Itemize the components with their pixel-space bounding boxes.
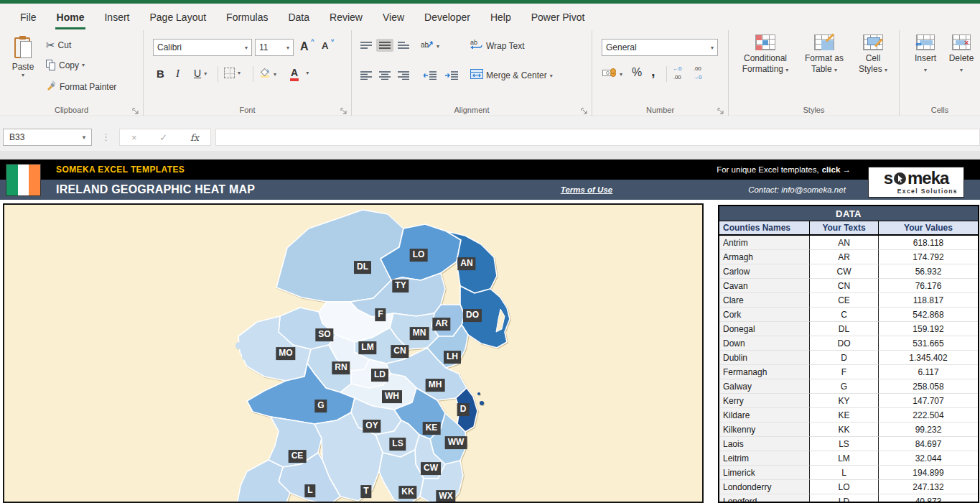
cell-your-text[interactable]: LM — [810, 451, 879, 466]
borders-button[interactable]: ▾ — [224, 68, 241, 78]
cell-county-name[interactable]: Kildare — [719, 408, 810, 423]
insert-function-icon[interactable]: fx — [190, 132, 199, 143]
cell-your-text[interactable]: DL — [810, 322, 879, 336]
cell-your-value[interactable]: 32.044 — [879, 451, 978, 466]
formula-input[interactable] — [215, 129, 980, 146]
number-format-select[interactable]: General▾ — [602, 39, 718, 56]
align-center-button[interactable] — [376, 69, 393, 82]
paste-button[interactable]: Paste ▾ — [6, 34, 40, 101]
comma-style-button[interactable]: , — [651, 63, 655, 80]
name-box-dropdown-icon[interactable]: ▾ — [77, 134, 91, 141]
terms-of-use-link[interactable]: Terms of Use — [543, 180, 630, 200]
cell-your-text[interactable]: F — [810, 365, 879, 379]
cell-your-text[interactable]: KY — [810, 394, 879, 408]
cell-county-name[interactable]: Carlow — [719, 264, 810, 279]
cell-your-value[interactable]: 247.132 — [879, 480, 978, 494]
bold-button[interactable]: B — [157, 68, 164, 80]
format-as-table-button[interactable]: Format asTable ▾ — [799, 34, 849, 75]
name-box[interactable]: B33 ▾ — [3, 129, 92, 146]
align-middle-button[interactable] — [376, 39, 393, 52]
tab-view[interactable]: View — [373, 5, 414, 29]
conditional-formatting-button[interactable]: ConditionalFormatting ▾ — [736, 34, 795, 75]
underline-button[interactable]: U▾ — [194, 68, 207, 79]
cell-your-value[interactable]: 99.232 — [879, 423, 978, 437]
cell-your-value[interactable]: 1.345.402 — [879, 351, 978, 365]
promo-link[interactable]: For unique Excel templates,click → — [717, 160, 851, 180]
cell-your-text[interactable]: LD — [810, 494, 879, 503]
cell-your-text[interactable]: C — [810, 308, 879, 322]
align-bottom-button[interactable] — [395, 39, 412, 52]
cell-county-name[interactable]: Clare — [719, 293, 810, 308]
someka-logo[interactable]: smeka Excel Solutions — [869, 167, 963, 197]
cell-your-value[interactable]: 6.117 — [879, 365, 978, 379]
copy-button[interactable]: Copy ▾ — [46, 60, 85, 70]
clipboard-dialog-launcher[interactable] — [132, 105, 141, 114]
merge-center-button[interactable]: Merge & Center▾ — [470, 69, 553, 82]
cut-button[interactable]: ✂ Cut — [46, 40, 71, 50]
cell-county-name[interactable]: Kerry — [719, 394, 810, 408]
italic-button[interactable]: I — [176, 68, 179, 80]
wrap-text-button[interactable]: ab Wrap Text — [470, 39, 525, 52]
increase-indent-button[interactable] — [442, 69, 461, 82]
cell-your-text[interactable]: DO — [810, 336, 879, 351]
cell-your-value[interactable]: 159.192 — [879, 322, 978, 336]
cell-your-text[interactable]: L — [810, 466, 879, 480]
font-dialog-launcher[interactable] — [340, 105, 349, 114]
cell-your-text[interactable]: CE — [810, 293, 879, 308]
tab-data[interactable]: Data — [278, 5, 319, 29]
cell-your-value[interactable]: 40.873 — [879, 494, 978, 503]
cell-county-name[interactable]: Galway — [719, 379, 810, 394]
cell-county-name[interactable]: Donegal — [719, 322, 810, 336]
align-right-button[interactable] — [395, 69, 412, 82]
cell-county-name[interactable]: Limerick — [719, 466, 810, 480]
accounting-format-button[interactable]: ▾ — [602, 68, 622, 81]
cell-county-name[interactable]: Longford — [719, 494, 810, 503]
tab-review[interactable]: Review — [319, 5, 373, 29]
cell-your-text[interactable]: G — [810, 379, 879, 394]
cell-county-name[interactable]: Dublin — [719, 351, 810, 365]
increase-decimal-button[interactable]: ←0.00 — [673, 66, 681, 80]
cell-your-text[interactable]: CN — [810, 279, 879, 293]
increase-font-size-button[interactable]: A˄ — [300, 40, 309, 53]
cell-your-text[interactable]: AR — [810, 250, 879, 264]
cell-your-text[interactable]: KK — [810, 423, 879, 437]
font-size-select[interactable]: 11▾ — [255, 39, 294, 56]
cell-your-text[interactable]: LS — [810, 437, 879, 451]
confirm-entry-icon[interactable]: ✓ — [159, 132, 167, 143]
cell-your-value[interactable]: 531.665 — [879, 336, 978, 351]
tab-developer[interactable]: Developer — [414, 5, 480, 29]
cell-your-value[interactable]: 174.792 — [879, 250, 978, 264]
cell-your-text[interactable]: AN — [810, 236, 879, 250]
cell-your-value[interactable]: 258.058 — [879, 379, 978, 394]
tab-formulas[interactable]: Formulas — [216, 5, 278, 29]
cell-your-value[interactable]: 56.932 — [879, 264, 978, 279]
cell-your-value[interactable]: 542.868 — [879, 308, 978, 322]
cell-county-name[interactable]: Londonderry — [719, 480, 810, 494]
cell-your-text[interactable]: D — [810, 351, 879, 365]
tab-insert[interactable]: Insert — [94, 5, 139, 29]
percent-style-button[interactable]: % — [632, 66, 642, 79]
number-dialog-launcher[interactable] — [717, 105, 726, 114]
font-name-select[interactable]: Calibri▾ — [153, 39, 252, 56]
insert-cells-button[interactable]: ⇦ Insert▾ — [910, 34, 941, 75]
cell-your-value[interactable]: 147.707 — [879, 394, 978, 408]
delete-cells-button[interactable]: × Delete▾ — [946, 34, 977, 75]
tab-file[interactable]: File — [10, 5, 47, 29]
cell-your-value[interactable]: 222.504 — [879, 408, 978, 423]
cell-your-text[interactable]: CW — [810, 264, 879, 279]
cell-styles-button[interactable]: CellStyles ▾ — [852, 34, 894, 75]
align-left-button[interactable] — [358, 69, 375, 82]
cell-county-name[interactable]: Down — [719, 336, 810, 351]
cell-your-text[interactable]: LO — [810, 480, 879, 494]
cell-county-name[interactable]: Armagh — [719, 250, 810, 264]
cell-your-value[interactable]: 76.176 — [879, 279, 978, 293]
cell-county-name[interactable]: Kilkenny — [719, 423, 810, 437]
cell-county-name[interactable]: Fermanagh — [719, 365, 810, 379]
tab-help[interactable]: Help — [480, 5, 521, 29]
cell-your-text[interactable]: KE — [810, 408, 879, 423]
cell-county-name[interactable]: Cork — [719, 308, 810, 322]
cell-county-name[interactable]: Antrim — [719, 236, 810, 250]
align-top-button[interactable] — [358, 39, 375, 52]
orientation-button[interactable]: ab▾ — [421, 39, 439, 53]
format-painter-button[interactable]: Format Painter — [46, 80, 116, 93]
